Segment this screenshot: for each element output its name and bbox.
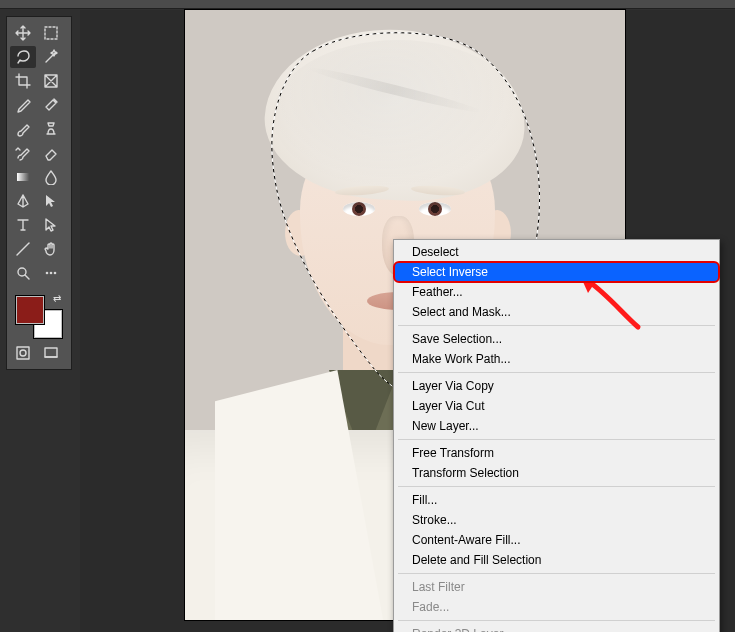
context-menu[interactable]: DeselectSelect InverseFeather...Select a… [393,239,720,632]
menu-item-select-inverse[interactable]: Select Inverse [394,262,719,282]
svg-rect-0 [45,27,57,39]
menu-separator [398,439,715,440]
menu-item-render-3d-layer: Render 3D Layer [394,624,719,632]
menu-item-stroke[interactable]: Stroke... [394,510,719,530]
type-tool[interactable] [10,214,36,236]
screen-mode-icon[interactable] [38,342,64,364]
menu-item-fade: Fade... [394,597,719,617]
artboard-tool[interactable] [38,22,64,44]
hand-tool[interactable] [38,238,64,260]
menu-item-layer-via-cut[interactable]: Layer Via Cut [394,396,719,416]
menu-item-deselect[interactable]: Deselect [394,242,719,262]
svg-point-7 [20,350,26,356]
history-brush-tool[interactable] [10,142,36,164]
eyedropper-tool[interactable] [10,94,36,116]
path-selection-tool[interactable] [38,190,64,212]
quick-mask-icon[interactable] [10,342,36,364]
menu-item-delete-and-fill[interactable]: Delete and Fill Selection [394,550,719,570]
spot-healing-tool[interactable] [38,94,64,116]
menu-item-make-work-path[interactable]: Make Work Path... [394,349,719,369]
blur-tool[interactable] [38,166,64,188]
svg-point-3 [46,272,49,275]
svg-rect-1 [17,173,29,181]
move-tool[interactable] [10,22,36,44]
svg-point-5 [54,272,57,275]
menu-separator [398,372,715,373]
menu-item-select-and-mask[interactable]: Select and Mask... [394,302,719,322]
edit-toolbar[interactable] [38,262,64,284]
menu-separator [398,325,715,326]
crop-tool[interactable] [10,70,36,92]
options-bar [0,0,735,9]
gradient-tool[interactable] [10,166,36,188]
menu-item-new-layer[interactable]: New Layer... [394,416,719,436]
menu-separator [398,486,715,487]
brush-tool[interactable] [10,118,36,140]
svg-rect-8 [45,348,57,357]
svg-point-4 [50,272,53,275]
menu-item-feather[interactable]: Feather... [394,282,719,302]
menu-separator [398,573,715,574]
swap-colors-icon[interactable]: ⇄ [53,293,61,304]
line-tool[interactable] [10,238,36,260]
menu-item-content-aware-fill[interactable]: Content-Aware Fill... [394,530,719,550]
magic-wand-tool[interactable] [38,46,64,68]
menu-separator [398,620,715,621]
eraser-tool[interactable] [38,142,64,164]
menu-item-last-filter: Last Filter [394,577,719,597]
menu-item-layer-via-copy[interactable]: Layer Via Copy [394,376,719,396]
lasso-tool[interactable] [10,46,36,68]
menu-item-free-transform[interactable]: Free Transform [394,443,719,463]
direct-selection-tool[interactable] [38,214,64,236]
zoom-tool[interactable] [10,262,36,284]
menu-item-fill[interactable]: Fill... [394,490,719,510]
pen-tool[interactable] [10,190,36,212]
tools-panel: ⇄ [6,16,72,370]
svg-rect-6 [17,347,29,359]
clone-stamp-tool[interactable] [38,118,64,140]
foreground-color-swatch[interactable] [15,295,45,325]
color-swatches[interactable]: ⇄ [11,291,67,337]
frame-tool[interactable] [38,70,64,92]
menu-item-transform-selection[interactable]: Transform Selection [394,463,719,483]
menu-item-save-selection[interactable]: Save Selection... [394,329,719,349]
